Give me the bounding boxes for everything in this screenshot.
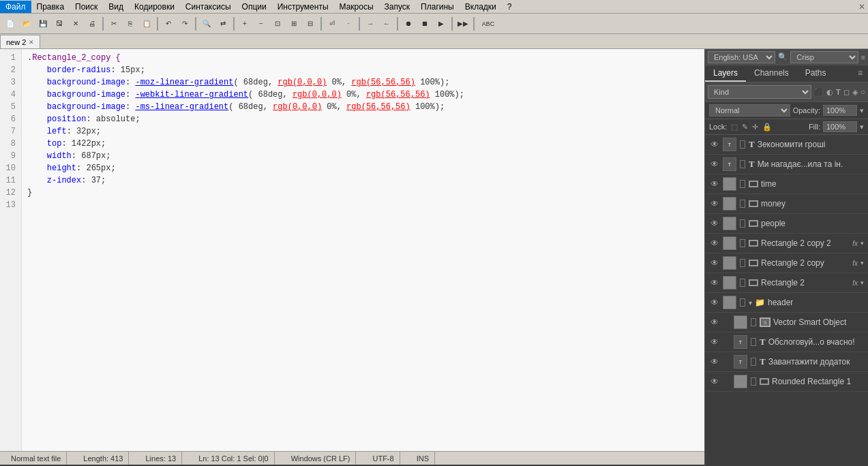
tb-unindent[interactable]: ← (379, 16, 394, 31)
tb-macro-rec[interactable]: ⏺ (401, 16, 416, 31)
layer-item-8[interactable]: 👁 Rectangle 2 fx▾ (705, 273, 868, 293)
fill-input[interactable] (823, 121, 857, 132)
rendering-select[interactable]: Crisp (790, 51, 858, 63)
code-line-7[interactable]: left: 32px; (27, 125, 699, 138)
tb-indent[interactable]: → (363, 16, 378, 31)
code-line-2[interactable]: border-radius: 15px; (27, 64, 699, 76)
tab-paths[interactable]: Paths (797, 65, 835, 82)
code-line-6[interactable]: position: absolute; (27, 113, 699, 125)
filter-shape-icon[interactable]: ◻ (843, 88, 850, 97)
file-tab[interactable]: new 2 ✕ (0, 35, 40, 48)
layer-item-4[interactable]: 👁 money (705, 194, 868, 214)
lock-paint-icon[interactable]: ✎ (742, 123, 748, 131)
layer-visibility-icon[interactable]: 👁 (709, 258, 720, 268)
tb-spell[interactable]: ABC (477, 16, 499, 31)
menu-file[interactable]: Файл (0, 1, 31, 13)
menu-view[interactable]: Вид (103, 1, 129, 13)
layer-item-10[interactable]: 👁 S Vector Smart Object (705, 313, 868, 332)
layer-item-5[interactable]: 👁 people (705, 214, 868, 234)
layer-item-6[interactable]: 👁 Rectangle 2 copy 2 fx▾ (705, 234, 868, 253)
code-line-8[interactable]: top: 1422px; (27, 138, 699, 150)
tb-wordwrap[interactable]: ⏎ (325, 16, 340, 31)
tb-paste[interactable]: 📋 (139, 16, 154, 31)
lang-select[interactable]: English: USA (708, 51, 775, 63)
tb-whitespace[interactable]: · (341, 16, 356, 31)
tb-zoom-in[interactable]: + (237, 16, 252, 31)
menu-edit[interactable]: Правка (31, 1, 70, 13)
tb-open[interactable]: 📂 (19, 16, 34, 31)
lock-position-icon[interactable]: ✛ (752, 123, 758, 131)
layer-visibility-icon[interactable]: 👁 (709, 278, 720, 288)
tb-b3[interactable]: ⊟ (303, 16, 318, 31)
tb-find[interactable]: 🔍 (199, 16, 214, 31)
layer-item-13[interactable]: 👁 Rounded Rectangle 1 (705, 372, 868, 392)
code-line-4[interactable]: background-image: -webkit-linear-gradien… (27, 89, 699, 101)
code-line-9[interactable]: width: 687px; (27, 150, 699, 162)
opacity-input[interactable] (823, 105, 857, 116)
layer-visibility-icon[interactable]: 👁 (709, 377, 720, 386)
code-line-1[interactable]: .Rectangle_2_copy { (27, 52, 699, 64)
menu-search[interactable]: Поиск (70, 1, 103, 13)
tb-save[interactable]: 💾 (35, 16, 50, 31)
layer-visibility-icon[interactable]: 👁 (709, 357, 720, 367)
menu-tabs[interactable]: Вкладки (460, 1, 502, 13)
menu-plugins[interactable]: Плагины (415, 1, 460, 13)
code-line-13[interactable] (27, 199, 699, 211)
tb-save-all[interactable]: 🖫 (52, 16, 67, 31)
tb-b1[interactable]: ⊡ (270, 16, 285, 31)
tb-print[interactable]: 🖨 (85, 16, 100, 31)
menu-run[interactable]: Запуск (379, 1, 416, 13)
filter-smart-icon[interactable]: ◈ (852, 88, 858, 97)
menu-help[interactable]: ? (502, 1, 518, 13)
panel-menu-icon[interactable]: ≡ (861, 53, 865, 61)
layer-item-7[interactable]: 👁 Rectangle 2 copy fx▾ (705, 253, 868, 273)
filter-type-icon[interactable]: T (836, 88, 841, 97)
tab-close[interactable]: ✕ (29, 39, 34, 46)
menu-options[interactable]: Опции (237, 1, 272, 13)
layer-fx-chevron[interactable]: ▾ (860, 260, 864, 266)
menu-encoding[interactable]: Кодировки (129, 1, 180, 13)
panel-options-icon[interactable]: ≡ (852, 65, 868, 82)
code-line-5[interactable]: background-image: -ms-linear-gradient( 6… (27, 101, 699, 113)
filter-type-select[interactable]: Kind (708, 85, 811, 99)
code-line-11[interactable]: z-index: 37; (27, 174, 699, 187)
tb-copy[interactable]: ⎘ (123, 16, 138, 31)
tb-macro-play[interactable]: ▶ (434, 16, 449, 31)
layer-item-11[interactable]: 👁 T T Обслоговуй...о вчасно! (705, 332, 868, 352)
layer-fx-chevron[interactable]: ▾ (860, 240, 864, 247)
layer-visibility-icon[interactable]: 👁 (709, 140, 720, 149)
menu-tools[interactable]: Инструменты (272, 1, 334, 13)
layer-item-1[interactable]: 👁 T T Зекономити гроші (705, 135, 868, 155)
filter-adjust-icon[interactable]: ◐ (826, 88, 833, 97)
blend-mode-select[interactable]: Normal (709, 104, 790, 117)
code-line-3[interactable]: background-image: -moz-linear-gradient( … (27, 76, 699, 89)
code-line-10[interactable]: height: 265px; (27, 162, 699, 174)
layer-visibility-icon[interactable]: 👁 (709, 238, 720, 248)
layer-visibility-icon[interactable]: 👁 (709, 199, 720, 208)
layer-visibility-icon[interactable]: 👁 (709, 298, 720, 307)
tb-macro-stop[interactable]: ⏹ (417, 16, 432, 31)
tab-channels[interactable]: Channels (746, 65, 797, 82)
filter-pixel-icon[interactable]: ⬛ (814, 88, 824, 97)
lock-move-icon[interactable]: ⬚ (731, 123, 738, 131)
lock-all-icon[interactable]: 🔒 (762, 123, 772, 131)
tb-undo[interactable]: ↶ (161, 16, 176, 31)
tb-run[interactable]: ▶▶ (455, 16, 470, 31)
layer-item-3[interactable]: 👁 time (705, 174, 868, 194)
layer-visibility-icon[interactable]: 👁 (709, 159, 720, 169)
menu-macros[interactable]: Макросы (334, 1, 379, 13)
layer-item-12[interactable]: 👁 T T Завантажити додаток (705, 352, 868, 372)
layer-group-arrow[interactable]: ▾ (749, 299, 752, 307)
layer-visibility-icon[interactable]: 👁 (709, 179, 720, 189)
tb-new[interactable]: 📄 (3, 16, 18, 31)
layer-fx-chevron[interactable]: ▾ (860, 279, 864, 286)
window-close[interactable]: ✕ (858, 2, 868, 12)
layer-item-2[interactable]: 👁 T T Ми нагадає...ила та ін. (705, 155, 868, 174)
tab-layers[interactable]: Layers (705, 65, 746, 82)
layer-item-9[interactable]: 👁 ▾📁 header (705, 293, 868, 313)
filter-enabled[interactable]: ○ (860, 87, 865, 97)
tb-redo[interactable]: ↷ (177, 16, 192, 31)
tb-b2[interactable]: ⊞ (286, 16, 301, 31)
menu-syntax[interactable]: Синтаксисы (180, 1, 237, 13)
tb-cut[interactable]: ✂ (106, 16, 121, 31)
